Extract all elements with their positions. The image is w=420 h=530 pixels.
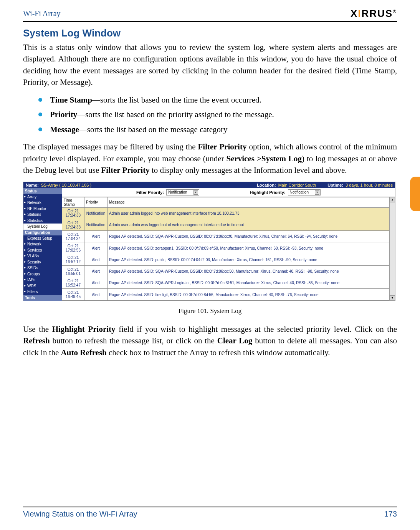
scroll-down-icon[interactable]: ▾ [390,295,395,301]
cell-timestamp: Oct 21 16:55:01 [62,265,84,277]
cell-priority: Alert [84,277,107,289]
term: Message [50,125,79,134]
nav-item[interactable]: Security [23,259,62,265]
cell-priority: Alert [84,242,107,254]
logo-x: X [351,8,358,19]
table-row: Oct 21 16:57:12AlertRogue AP detected. S… [62,254,389,265]
logo-reg: ® [393,9,397,14]
table-row: Oct 21 17:02:56AlertRogue AP detected. S… [62,242,389,254]
uptime-label: Uptime: [327,183,343,187]
name-value: SS-Array ( 10.100.47.186 ) [41,183,91,187]
highlight-paragraph: Use the Highlight Priority field if you … [23,323,397,358]
filter-priority-value: Notification [168,190,187,194]
highlight-priority-select[interactable]: Notification ▾ [288,189,321,195]
figure-caption: Figure 101. System Log [23,307,397,315]
cell-timestamp: Oct 21 17:24:33 [62,219,84,230]
filter-priority-label: Filter Priority: [136,190,164,195]
chevron-down-icon: ▾ [193,190,198,195]
nav-item[interactable]: WDS [23,283,62,289]
filter-priority-select[interactable]: Notification ▾ [166,189,199,195]
desc: —sorts the list based on the time the ev… [92,95,261,104]
cell-timestamp: Oct 21 16:57:12 [62,254,84,265]
left-nav: StatusArrayNetworkRF MonitorStationsStat… [23,188,62,301]
footer-title: Viewing Status on the Wi-Fi Array [23,510,137,518]
table-row: Oct 21 17:04:34AlertRogue AP detected. S… [62,231,389,242]
highlight-priority-label: Highlight Priority: [250,190,286,195]
cell-timestamp: Oct 21 17:24:38 [62,207,84,219]
vertical-scrollbar[interactable]: ▴ ▾ [389,197,395,301]
cell-timestamp: Oct 21 17:02:56 [62,242,84,254]
nav-item[interactable]: Services [23,247,62,253]
cell-timestamp: Oct 21 16:49:45 [62,289,84,300]
nav-item[interactable]: VLANs [23,253,62,259]
col-timestamp[interactable]: Time Stamp [62,197,84,207]
filter-bar: Filter Priority: Notification ▾ Highligh… [62,188,395,197]
page-footer: Viewing Status on the Wi-Fi Array 173 [23,507,397,518]
logo-rest: RRUS [361,8,393,19]
term: Priority [50,110,77,119]
cell-message: Rogue AP detected. SSID: SQA-WPR-Custom,… [107,265,389,277]
chevron-down-icon: ▾ [315,190,319,195]
cell-priority: Notification [84,219,107,230]
nav-item[interactable]: IAPs [23,277,62,283]
list-item: Message—sorts the list based on the mess… [38,123,397,136]
nav-item[interactable]: Network [23,200,62,206]
list-item: Priority—sorts the list based on the pri… [38,108,397,121]
desc: —sorts the list based on the priority as… [77,110,274,119]
col-priority[interactable]: Priority [84,197,107,207]
highlight-priority-value: Notification [290,190,309,194]
table-row: Oct 21 16:52:47AlertRogue AP detected. S… [62,277,389,289]
nav-group-header: Configuration [23,230,62,235]
name-label: Name: [26,183,39,187]
desc: —sorts the list based on the message cat… [79,125,228,134]
page-header: Wi-Fi Array XIRRUS® [23,8,397,22]
cell-message: Admin user admin logged into web managem… [107,207,389,219]
term: Time Stamp [50,95,92,104]
nav-item[interactable]: Network [23,241,62,247]
nav-item[interactable]: Array [23,194,62,200]
nav-item[interactable]: Filters [23,289,62,295]
location-value: Main Corridor South [278,183,316,187]
cell-priority: Alert [84,265,107,277]
list-item: Time Stamp—sorts the list based on the t… [38,94,397,106]
table-row: Oct 21 16:49:45AlertRogue AP detected. S… [62,289,389,300]
system-log-screenshot: Name: SS-Array ( 10.100.47.186 ) Locatio… [23,182,395,301]
sort-options-list: Time Stamp—sorts the list based on the t… [23,94,397,136]
nav-item[interactable]: Groups [23,271,62,277]
nav-item[interactable]: RF Monitor [23,206,62,212]
table-row: Oct 21 16:55:01AlertRogue AP detected. S… [62,265,389,277]
table-row: Oct 21 17:24:33NotificationAdmin user ad… [62,219,389,230]
nav-group-header: Tools [23,295,62,301]
table-row: Oct 21 17:24:38NotificationAdmin user ad… [62,207,389,219]
cell-message: Rogue AP detected. SSID: firedigit, BSSI… [107,289,389,300]
window-titlebar: Name: SS-Array ( 10.100.47.186 ) Locatio… [23,182,395,188]
cell-timestamp: Oct 21 16:52:47 [62,277,84,289]
cell-priority: Alert [84,289,107,300]
intro-paragraph: This is a status only window that allows… [23,41,397,88]
cell-message: Admin user admin was logged out of web m… [107,219,389,230]
cell-message: Rogue AP detected. SSID: SQA-WPR-Login-i… [107,277,389,289]
uptime-value: 3 days, 1 hour, 8 minutes [346,183,393,187]
thumb-tab [410,177,420,211]
scroll-up-icon[interactable]: ▴ [390,197,395,202]
location-label: Location: [257,183,276,187]
page-number: 173 [384,510,397,518]
cell-message: Rogue AP detected. SSID: public, BSSID: … [107,254,389,265]
nav-item[interactable]: Express Setup [23,235,62,242]
cell-timestamp: Oct 21 17:04:34 [62,231,84,242]
cell-message: Rogue AP detected. SSID: zoraopen1, BSSI… [107,242,389,254]
cell-priority: Alert [84,254,107,265]
nav-item[interactable]: Statistics [23,218,62,224]
filter-paragraph: The displayed messages may be filtered b… [23,141,397,176]
nav-item[interactable]: System Log [23,224,62,230]
section-title: System Log Window [23,27,397,39]
product-name: Wi-Fi Array [23,9,61,18]
log-table: Time Stamp Priority Message Oct 21 17:24… [62,197,389,301]
nav-item[interactable]: SSIDs [23,265,62,271]
cell-priority: Notification [84,207,107,219]
nav-group-header: Status [23,188,62,194]
cell-priority: Alert [84,231,107,242]
nav-item[interactable]: Stations [23,212,62,218]
brand-logo: XIRRUS® [351,8,397,20]
col-message[interactable]: Message [107,197,389,207]
